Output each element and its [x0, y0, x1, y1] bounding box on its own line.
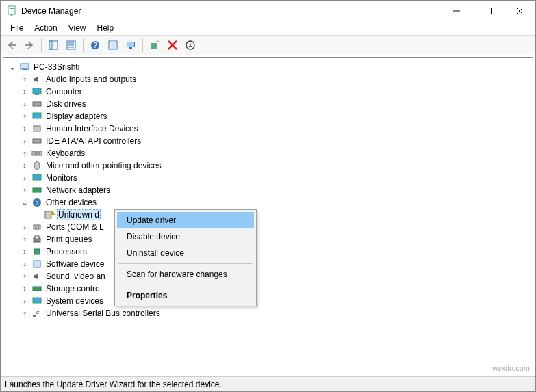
network-icon	[31, 185, 42, 196]
tree-item-ports[interactable]: Ports (COM & L	[5, 221, 531, 233]
storage-icon	[31, 283, 42, 294]
tree-item-network[interactable]: Network adapters	[5, 184, 531, 196]
close-button[interactable]	[504, 1, 535, 21]
svg-rect-30	[34, 126, 40, 131]
mouse-icon	[31, 160, 42, 171]
tree-item-audio[interactable]: Audio inputs and outputs	[5, 73, 531, 86]
expand-icon[interactable]	[20, 284, 29, 293]
tree-item-disk[interactable]: Disk drives	[5, 98, 531, 110]
svg-rect-31	[33, 139, 41, 143]
expand-icon[interactable]	[20, 222, 29, 232]
svg-rect-16	[111, 41, 115, 49]
expand-icon[interactable]	[20, 296, 29, 306]
expand-icon[interactable]	[8, 62, 17, 72]
disk-icon	[31, 99, 42, 109]
expand-icon[interactable]	[20, 75, 29, 84]
tree-item-storage[interactable]: Storage contro	[5, 283, 531, 295]
tree-root[interactable]: PC-33Srishti	[5, 61, 531, 73]
svg-text:?: ?	[35, 200, 38, 207]
maximize-button[interactable]	[472, 1, 504, 21]
expand-icon[interactable]	[20, 309, 29, 318]
expand-icon[interactable]	[20, 272, 29, 281]
svg-rect-24	[21, 64, 29, 69]
expand-icon[interactable]	[20, 185, 29, 195]
hid-icon	[31, 123, 42, 134]
ctx-scan-hardware[interactable]: Scan for hardware changes	[117, 266, 254, 283]
tree-item-usb[interactable]: Universal Serial Bus controllers	[5, 307, 531, 319]
expand-icon[interactable]	[20, 247, 29, 257]
enable-button[interactable]	[182, 37, 199, 53]
tree-item-display[interactable]: Display adapters	[5, 110, 531, 122]
back-button[interactable]	[3, 37, 20, 53]
expand-icon[interactable]	[20, 173, 29, 183]
menubar: File Action View Help	[1, 21, 535, 35]
forward-button[interactable]	[21, 37, 38, 53]
expand-icon[interactable]	[20, 198, 29, 207]
expand-icon[interactable]	[20, 161, 29, 170]
monitor-icon	[31, 172, 42, 183]
expand-icon[interactable]	[20, 259, 29, 269]
tree-item-hid[interactable]: Human Interface Devices	[5, 122, 531, 135]
printer-icon	[31, 234, 42, 245]
expand-icon[interactable]	[20, 124, 29, 133]
expand-icon[interactable]	[20, 112, 29, 121]
svg-rect-8	[49, 41, 52, 49]
tree-item-monitors[interactable]: Monitors	[5, 172, 531, 184]
ctx-update-driver[interactable]: Update driver	[117, 212, 254, 228]
properties-button[interactable]	[63, 37, 79, 53]
tree-item-printqueues[interactable]: Print queues	[5, 233, 531, 246]
expand-icon[interactable]	[20, 235, 29, 244]
help-button[interactable]: ?	[87, 37, 103, 53]
tree-item-processors[interactable]: Processors	[5, 246, 531, 258]
ide-icon	[31, 135, 42, 146]
minimize-button[interactable]	[441, 1, 472, 21]
uninstall-button[interactable]	[164, 37, 181, 53]
watermark: wsxdn.com	[492, 364, 530, 372]
expand-icon[interactable]	[20, 148, 29, 158]
tree-item-keyboards[interactable]: Keyboards	[5, 147, 531, 159]
show-hide-tree-button[interactable]	[45, 37, 62, 53]
expand-icon[interactable]	[20, 136, 29, 146]
software-icon	[31, 259, 42, 270]
tree-item-computer[interactable]: Computer	[5, 86, 531, 98]
svg-text:?: ?	[93, 42, 97, 49]
tree-item-mice[interactable]: Mice and other pointing devices	[5, 159, 531, 172]
tree-item-sound[interactable]: Sound, video an	[5, 270, 531, 283]
menu-action[interactable]: Action	[29, 22, 62, 34]
cpu-icon	[31, 246, 42, 257]
tree-item-ide[interactable]: IDE ATA/ATAPI controllers	[5, 135, 531, 147]
status-text: Launches the Update Driver Wizard for th…	[5, 380, 222, 389]
svg-rect-36	[33, 174, 41, 180]
sound-icon	[31, 271, 42, 282]
update-driver-button[interactable]	[146, 37, 163, 53]
tree-item-system[interactable]: System devices	[5, 295, 531, 307]
menu-view[interactable]: View	[63, 22, 92, 34]
svg-rect-51	[33, 298, 41, 303]
tree-item-label: Unknown d	[57, 209, 101, 220]
tree-item-unknown-device[interactable]: !Unknown d	[5, 209, 531, 221]
ctx-disable-device[interactable]: Disable device	[117, 228, 254, 245]
svg-rect-19	[129, 47, 132, 49]
toolbar-icon-2[interactable]	[105, 37, 121, 53]
display-icon	[31, 111, 42, 122]
app-icon	[6, 5, 17, 16]
menu-file[interactable]: File	[5, 22, 29, 34]
ctx-uninstall-device[interactable]: Uninstall device	[117, 245, 254, 261]
expand-icon[interactable]	[20, 87, 29, 96]
statusbar: Launches the Update Driver Wizard for th…	[1, 376, 535, 391]
svg-point-45	[38, 226, 39, 228]
expand-icon[interactable]	[20, 99, 29, 109]
menu-help[interactable]: Help	[92, 22, 120, 34]
ctx-properties[interactable]: Properties	[117, 287, 254, 304]
warning-icon: !	[44, 209, 55, 220]
context-menu: Update driver Disable device Uninstall d…	[114, 209, 257, 306]
svg-rect-48	[34, 249, 40, 254]
tree-item-software[interactable]: Software device	[5, 258, 531, 270]
svg-rect-47	[35, 236, 39, 239]
device-tree-panel[interactable]: PC-33Srishti Audio inputs and outputs Co…	[3, 57, 533, 374]
tree-item-other[interactable]: ?Other devices	[5, 196, 531, 209]
svg-rect-20	[151, 43, 157, 49]
scan-hardware-button[interactable]	[123, 37, 139, 53]
svg-rect-18	[127, 42, 134, 47]
monitor-icon	[31, 86, 42, 97]
